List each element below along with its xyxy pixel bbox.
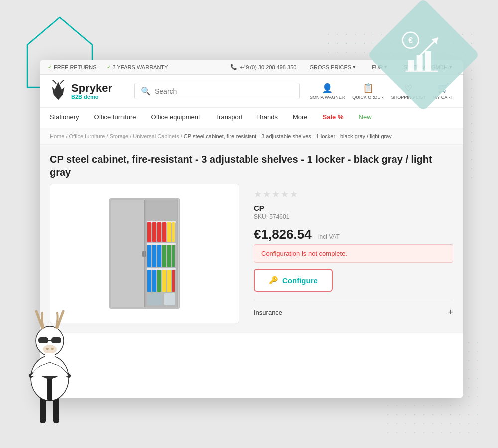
svg-rect-18 xyxy=(162,222,166,242)
gross-prices-dropdown[interactable]: GROSS PRICES ▾ xyxy=(306,63,359,71)
svg-rect-22 xyxy=(152,245,156,267)
svg-rect-20 xyxy=(172,222,175,242)
key-icon: 🔑 xyxy=(269,276,278,285)
breadcrumb-storage[interactable]: Storage xyxy=(110,133,129,139)
svg-rect-31 xyxy=(167,270,171,292)
quick-order-icon: 📋 xyxy=(363,83,374,94)
svg-rect-9 xyxy=(111,200,144,307)
svg-rect-29 xyxy=(157,270,161,292)
svg-rect-13 xyxy=(147,243,176,245)
svg-rect-16 xyxy=(152,222,156,242)
svg-rect-47 xyxy=(45,353,55,363)
user-icon: 👤 xyxy=(322,83,333,94)
svg-rect-14 xyxy=(147,268,176,270)
search-bar[interactable]: 🔍 xyxy=(134,83,300,99)
svg-point-46 xyxy=(51,348,54,350)
quick-order-label: QUICK ORDER xyxy=(352,95,384,100)
main-content: ★★★★★ CP SKU: 574601 €1,826.54 incl VAT … xyxy=(40,184,463,333)
svg-rect-28 xyxy=(152,270,156,292)
config-error-message: Configuration is not complete. xyxy=(254,244,453,263)
logo-sub: B2B demo xyxy=(71,94,112,100)
product-brand: CP xyxy=(254,204,453,212)
main-nav: Stationery Office furniture Office equip… xyxy=(40,108,463,128)
phone-number: +49 (0) 30 208 498 350 xyxy=(240,64,297,70)
goat-svg xyxy=(17,284,82,428)
free-returns-item: ✓ FREE RETURNS xyxy=(48,64,97,70)
insurance-expand-icon: + xyxy=(448,307,453,318)
svg-rect-5 xyxy=(417,55,423,71)
price-note: incl VAT xyxy=(318,233,340,240)
check-icon-2: ✓ xyxy=(107,64,111,70)
nav-item-sale[interactable]: Sale % xyxy=(323,108,344,128)
user-label: SONIA WAGNER xyxy=(310,95,345,100)
product-title: CP steel cabinet, fire-resistant - 3 adj… xyxy=(50,153,453,179)
svg-rect-30 xyxy=(162,270,166,292)
configure-button[interactable]: 🔑 Configure xyxy=(254,269,333,292)
nav-item-new[interactable]: New xyxy=(359,108,372,128)
search-icon: 🔍 xyxy=(141,86,151,96)
product-info: ★★★★★ CP SKU: 574601 €1,826.54 incl VAT … xyxy=(254,184,453,323)
product-sku: SKU: 574601 xyxy=(254,213,453,220)
product-stars: ★★★★★ xyxy=(254,189,453,200)
product-image xyxy=(105,194,184,313)
gross-prices-label: GROSS PRICES xyxy=(309,64,351,70)
svg-rect-21 xyxy=(147,245,151,267)
breadcrumb-home[interactable]: Home xyxy=(50,133,64,139)
background: € ✓ FREE RETURNS ✓ 3 YEARS WARRAN xyxy=(0,0,498,448)
insurance-section[interactable]: Insurance + xyxy=(254,300,453,318)
svg-rect-24 xyxy=(162,245,166,267)
svg-text:€: € xyxy=(409,36,413,45)
svg-point-45 xyxy=(46,348,49,350)
breadcrumb-current: CP steel cabinet, fire-resistant - 3 adj… xyxy=(184,133,392,139)
svg-rect-26 xyxy=(172,245,175,267)
breadcrumb-office-furniture[interactable]: Office furniture xyxy=(69,133,105,139)
warranty-label: 3 YEARS WARRANTY xyxy=(113,64,168,70)
browser-window: ✓ FREE RETURNS ✓ 3 YEARS WARRANTY 📞 +49 … xyxy=(40,60,463,398)
price-value: €1,826.54 xyxy=(254,227,312,242)
breadcrumb: Home / Office furniture / Storage / Univ… xyxy=(40,128,463,145)
check-icon: ✓ xyxy=(48,64,52,70)
svg-rect-19 xyxy=(167,222,171,242)
logo-area: Spryker B2B demo xyxy=(50,80,124,102)
warranty-item: ✓ 3 YEARS WARRANTY xyxy=(107,64,168,70)
svg-rect-25 xyxy=(167,245,171,267)
phone-icon: 📞 xyxy=(230,64,237,70)
logo-name: Spryker xyxy=(71,83,112,94)
logo-icon xyxy=(50,80,67,102)
nav-item-transport[interactable]: Transport xyxy=(215,108,243,128)
logo-text-area: Spryker B2B demo xyxy=(71,83,112,100)
search-input[interactable] xyxy=(155,87,293,95)
insurance-label: Insurance xyxy=(254,309,282,316)
nav-item-more[interactable]: More xyxy=(293,108,308,128)
chevron-down-icon: ▾ xyxy=(353,64,356,70)
breadcrumb-universal-cabinets[interactable]: Universal Cabinets xyxy=(133,133,179,139)
svg-rect-41 xyxy=(38,337,48,343)
promo-badge-content: € xyxy=(401,30,446,79)
svg-rect-23 xyxy=(157,245,161,267)
svg-rect-33 xyxy=(147,293,162,305)
config-error-text: Configuration is not complete. xyxy=(261,250,347,257)
nav-item-stationery[interactable]: Stationery xyxy=(50,108,79,128)
svg-rect-4 xyxy=(408,60,414,71)
product-title-bar: CP steel cabinet, fire-resistant - 3 adj… xyxy=(40,145,463,184)
svg-rect-32 xyxy=(172,270,175,292)
phone-area: 📞 +49 (0) 30 208 498 350 xyxy=(230,64,297,70)
svg-rect-34 xyxy=(164,293,175,305)
goat-mascot xyxy=(10,269,90,428)
svg-point-44 xyxy=(43,345,57,354)
configure-label: Configure xyxy=(282,276,318,285)
svg-rect-15 xyxy=(147,222,151,242)
nav-item-brands[interactable]: Brands xyxy=(257,108,278,128)
product-price: €1,826.54 incl VAT xyxy=(254,227,453,242)
free-returns-label: FREE RETURNS xyxy=(54,64,97,70)
svg-rect-6 xyxy=(425,51,431,71)
chart-icon: € xyxy=(401,30,446,75)
svg-rect-17 xyxy=(157,222,161,242)
user-icon-item[interactable]: 👤 SONIA WAGNER xyxy=(310,83,345,100)
nav-item-office-equipment[interactable]: Office equipment xyxy=(151,108,200,128)
svg-rect-42 xyxy=(51,337,61,343)
quick-order-icon-item[interactable]: 📋 QUICK ORDER xyxy=(352,83,384,100)
svg-rect-27 xyxy=(147,270,151,292)
nav-item-office-furniture[interactable]: Office furniture xyxy=(94,108,136,128)
